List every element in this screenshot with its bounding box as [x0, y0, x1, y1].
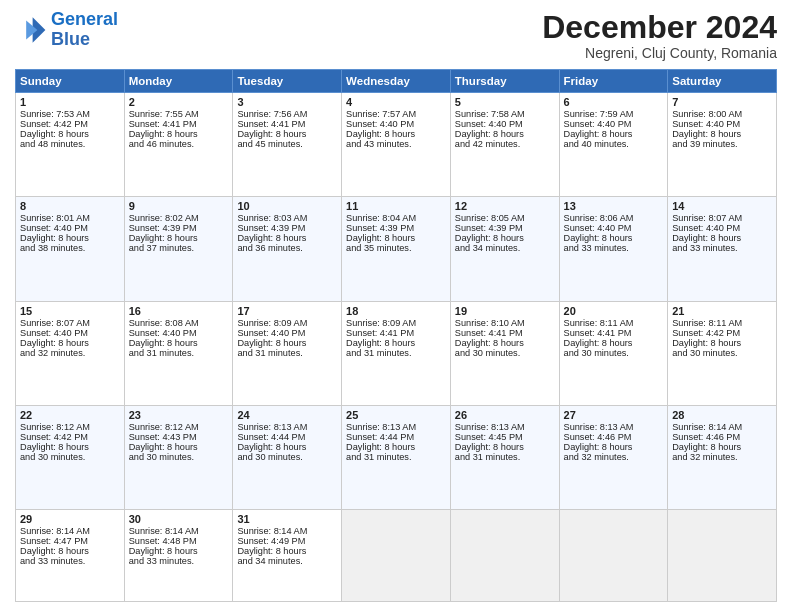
day-info-line: Sunset: 4:47 PM — [20, 536, 120, 546]
day-info-line: Sunrise: 7:55 AM — [129, 109, 229, 119]
calendar-cell: 11Sunrise: 8:04 AMSunset: 4:39 PMDayligh… — [342, 197, 451, 301]
day-info-line: Sunset: 4:42 PM — [20, 119, 120, 129]
calendar-cell: 15Sunrise: 8:07 AMSunset: 4:40 PMDayligh… — [16, 301, 125, 405]
day-number: 26 — [455, 409, 555, 421]
month-title: December 2024 — [542, 10, 777, 45]
day-info-line: Sunrise: 8:02 AM — [129, 213, 229, 223]
day-number: 17 — [237, 305, 337, 317]
day-number: 22 — [20, 409, 120, 421]
logo-line1: General — [51, 9, 118, 29]
day-info-line: Sunset: 4:40 PM — [455, 119, 555, 129]
calendar-cell — [668, 510, 777, 602]
day-info-line: Daylight: 8 hours — [237, 129, 337, 139]
day-info-line: Sunset: 4:42 PM — [20, 432, 120, 442]
day-info-line: Sunset: 4:39 PM — [346, 223, 446, 233]
calendar-cell: 19Sunrise: 8:10 AMSunset: 4:41 PMDayligh… — [450, 301, 559, 405]
calendar-cell — [559, 510, 668, 602]
day-info-line: Sunrise: 8:10 AM — [455, 318, 555, 328]
calendar-cell: 25Sunrise: 8:13 AMSunset: 4:44 PMDayligh… — [342, 406, 451, 510]
day-info-line: and 31 minutes. — [237, 348, 337, 358]
day-number: 1 — [20, 96, 120, 108]
day-info-line: Daylight: 8 hours — [346, 338, 446, 348]
day-info-line: Sunrise: 8:12 AM — [129, 422, 229, 432]
day-info-line: and 33 minutes. — [20, 556, 120, 566]
day-info-line: Daylight: 8 hours — [129, 442, 229, 452]
day-info-line: Sunset: 4:44 PM — [346, 432, 446, 442]
day-info-line: and 38 minutes. — [20, 243, 120, 253]
day-info-line: Sunrise: 8:14 AM — [672, 422, 772, 432]
day-info-line: Daylight: 8 hours — [129, 233, 229, 243]
day-info-line: and 31 minutes. — [455, 452, 555, 462]
day-info-line: and 37 minutes. — [129, 243, 229, 253]
day-info-line: Sunrise: 8:04 AM — [346, 213, 446, 223]
day-number: 31 — [237, 513, 337, 525]
day-number: 5 — [455, 96, 555, 108]
day-info-line: and 35 minutes. — [346, 243, 446, 253]
calendar-cell: 8Sunrise: 8:01 AMSunset: 4:40 PMDaylight… — [16, 197, 125, 301]
day-info-line: Sunset: 4:39 PM — [237, 223, 337, 233]
calendar-week-1: 1Sunrise: 7:53 AMSunset: 4:42 PMDaylight… — [16, 93, 777, 197]
calendar-cell: 23Sunrise: 8:12 AMSunset: 4:43 PMDayligh… — [124, 406, 233, 510]
calendar-cell: 24Sunrise: 8:13 AMSunset: 4:44 PMDayligh… — [233, 406, 342, 510]
day-info-line: Sunrise: 8:14 AM — [237, 526, 337, 536]
day-info-line: and 32 minutes. — [20, 348, 120, 358]
calendar-cell: 27Sunrise: 8:13 AMSunset: 4:46 PMDayligh… — [559, 406, 668, 510]
day-info-line: and 39 minutes. — [672, 139, 772, 149]
calendar-body: 1Sunrise: 7:53 AMSunset: 4:42 PMDaylight… — [16, 93, 777, 602]
logo-icon — [15, 14, 47, 46]
day-info-line: Daylight: 8 hours — [346, 233, 446, 243]
day-info-line: Sunrise: 8:03 AM — [237, 213, 337, 223]
day-info-line: and 30 minutes. — [20, 452, 120, 462]
day-number: 4 — [346, 96, 446, 108]
day-info-line: Daylight: 8 hours — [346, 129, 446, 139]
day-info-line: Sunset: 4:40 PM — [237, 328, 337, 338]
day-info-line: Sunset: 4:40 PM — [564, 119, 664, 129]
day-number: 14 — [672, 200, 772, 212]
day-info-line: Daylight: 8 hours — [237, 442, 337, 452]
calendar-cell: 29Sunrise: 8:14 AMSunset: 4:47 PMDayligh… — [16, 510, 125, 602]
calendar-week-2: 8Sunrise: 8:01 AMSunset: 4:40 PMDaylight… — [16, 197, 777, 301]
logo-text: General Blue — [51, 10, 118, 50]
day-info-line: Sunset: 4:40 PM — [672, 223, 772, 233]
calendar-cell: 18Sunrise: 8:09 AMSunset: 4:41 PMDayligh… — [342, 301, 451, 405]
day-number: 28 — [672, 409, 772, 421]
day-info-line: Sunrise: 7:59 AM — [564, 109, 664, 119]
day-info-line: Sunset: 4:41 PM — [237, 119, 337, 129]
calendar-cell: 21Sunrise: 8:11 AMSunset: 4:42 PMDayligh… — [668, 301, 777, 405]
day-number: 15 — [20, 305, 120, 317]
calendar-cell: 20Sunrise: 8:11 AMSunset: 4:41 PMDayligh… — [559, 301, 668, 405]
day-number: 29 — [20, 513, 120, 525]
calendar-cell: 26Sunrise: 8:13 AMSunset: 4:45 PMDayligh… — [450, 406, 559, 510]
day-info-line: Daylight: 8 hours — [237, 546, 337, 556]
day-info-line: and 48 minutes. — [20, 139, 120, 149]
day-info-line: Sunrise: 8:12 AM — [20, 422, 120, 432]
day-number: 24 — [237, 409, 337, 421]
calendar-cell — [342, 510, 451, 602]
day-info-line: and 46 minutes. — [129, 139, 229, 149]
page: General Blue December 2024 Negreni, Cluj… — [0, 0, 792, 612]
day-info-line: Sunrise: 8:01 AM — [20, 213, 120, 223]
day-info-line: and 42 minutes. — [455, 139, 555, 149]
logo-line2: Blue — [51, 29, 90, 49]
day-info-line: Daylight: 8 hours — [672, 338, 772, 348]
day-info-line: Daylight: 8 hours — [455, 233, 555, 243]
calendar-cell: 30Sunrise: 8:14 AMSunset: 4:48 PMDayligh… — [124, 510, 233, 602]
day-info-line: Sunset: 4:40 PM — [346, 119, 446, 129]
day-info-line: Daylight: 8 hours — [564, 129, 664, 139]
day-number: 30 — [129, 513, 229, 525]
day-number: 3 — [237, 96, 337, 108]
day-info-line: and 33 minutes. — [564, 243, 664, 253]
day-info-line: Sunset: 4:41 PM — [346, 328, 446, 338]
day-number: 19 — [455, 305, 555, 317]
day-info-line: Sunset: 4:46 PM — [672, 432, 772, 442]
calendar-cell: 13Sunrise: 8:06 AMSunset: 4:40 PMDayligh… — [559, 197, 668, 301]
day-info-line: Daylight: 8 hours — [455, 129, 555, 139]
day-info-line: Sunrise: 8:09 AM — [237, 318, 337, 328]
day-info-line: Daylight: 8 hours — [20, 546, 120, 556]
day-info-line: Sunset: 4:43 PM — [129, 432, 229, 442]
day-header-thursday: Thursday — [450, 70, 559, 93]
calendar-cell: 22Sunrise: 8:12 AMSunset: 4:42 PMDayligh… — [16, 406, 125, 510]
day-info-line: Sunrise: 8:11 AM — [672, 318, 772, 328]
day-info-line: Sunrise: 7:58 AM — [455, 109, 555, 119]
day-info-line: and 30 minutes. — [672, 348, 772, 358]
